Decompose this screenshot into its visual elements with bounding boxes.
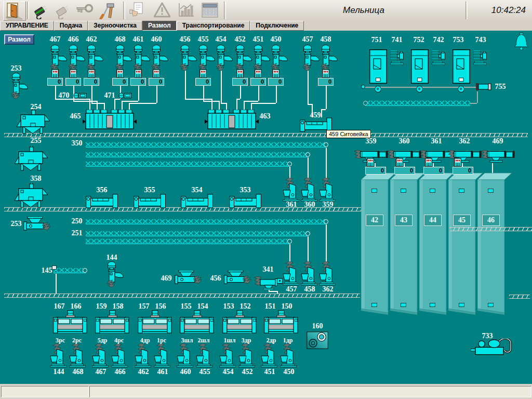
- mill-463[interactable]: [205, 110, 259, 131]
- report-button[interactable]: [127, 1, 149, 20]
- connect-button[interactable]: [30, 1, 52, 20]
- roller-mill-unit[interactable]: [222, 310, 257, 337]
- elevator-359[interactable]: [319, 178, 337, 202]
- exit-button[interactable]: [3, 1, 26, 21]
- machine-458[interactable]: [320, 45, 338, 71]
- output-elevator[interactable]: [177, 343, 194, 367]
- bin-number[interactable]: 44: [424, 215, 442, 226]
- tab-podacha[interactable]: Подача: [54, 21, 88, 31]
- cabinet-753[interactable]: [453, 49, 470, 84]
- machine-466[interactable]: [68, 45, 85, 71]
- machine-457[interactable]: [302, 45, 320, 71]
- roller-mill-unit[interactable]: [138, 310, 172, 337]
- compressor-733[interactable]: [471, 339, 514, 356]
- output-elevator[interactable]: [196, 343, 214, 367]
- feeder-456[interactable]: [224, 270, 252, 286]
- panel-button[interactable]: [199, 1, 221, 20]
- feeder-469[interactable]: [175, 270, 203, 286]
- machine-456[interactable]: [179, 45, 197, 71]
- screw-conveyor[interactable]: [86, 238, 289, 245]
- roller-mill-unit[interactable]: [53, 310, 87, 337]
- pipe-line: [97, 101, 98, 110]
- tab-upravlenie[interactable]: УПРАВЛЕНИЕ: [0, 21, 54, 31]
- pipe-line: [470, 103, 477, 104]
- sifter-354[interactable]: [181, 194, 213, 208]
- elevator-361[interactable]: [283, 178, 300, 202]
- hopper-358[interactable]: [15, 183, 48, 208]
- alarm-bell-icon[interactable]: [514, 33, 528, 50]
- elevator-360[interactable]: [301, 178, 318, 202]
- feeder-471[interactable]: [118, 91, 132, 100]
- hopper-254[interactable]: [17, 109, 50, 134]
- screw-conveyor[interactable]: [86, 230, 308, 237]
- blower-743[interactable]: [473, 50, 487, 65]
- output-elevator[interactable]: [261, 343, 278, 367]
- screw-conveyor[interactable]: [86, 141, 326, 148]
- cabinet-752[interactable]: [411, 49, 429, 84]
- bin-number[interactable]: 46: [482, 215, 500, 226]
- machine-253[interactable]: [10, 73, 28, 99]
- device-755[interactable]: [476, 83, 491, 91]
- pump-160[interactable]: [307, 331, 328, 349]
- output-elevator[interactable]: [154, 343, 171, 367]
- counter-display: 0: [195, 78, 211, 86]
- sifter-356[interactable]: [86, 194, 118, 208]
- output-elevator[interactable]: [238, 343, 256, 367]
- feeder-469[interactable]: [481, 150, 515, 164]
- feeder-362[interactable]: [447, 150, 482, 164]
- sifter-355[interactable]: [134, 194, 166, 208]
- elevator-362[interactable]: [319, 261, 337, 285]
- roller-mill-unit[interactable]: [95, 310, 129, 337]
- tab-podkluchenie[interactable]: Подключение: [250, 21, 304, 31]
- cabinet-751[interactable]: [369, 49, 387, 84]
- tab-transportirovanie[interactable]: Транспортирование: [177, 21, 250, 31]
- elevator-458[interactable]: [301, 261, 318, 285]
- output-elevator[interactable]: [50, 343, 68, 367]
- elevator-457[interactable]: [283, 261, 300, 285]
- key-button[interactable]: [74, 1, 96, 20]
- device-341[interactable]: [254, 275, 284, 290]
- feeder-360[interactable]: [387, 150, 421, 164]
- machine-461[interactable]: [132, 45, 150, 71]
- machine-468[interactable]: [114, 45, 132, 71]
- machine-462[interactable]: [86, 45, 103, 71]
- bin-number[interactable]: 45: [453, 215, 471, 226]
- roller-mill-unit[interactable]: [180, 310, 214, 337]
- blower-742[interactable]: [432, 50, 445, 65]
- screw-conveyor[interactable]: [86, 218, 326, 225]
- machine-454[interactable]: [215, 45, 233, 71]
- screw-conveyor[interactable]: [86, 161, 289, 167]
- bin-46[interactable]: [477, 172, 514, 315]
- output-elevator[interactable]: [219, 343, 237, 367]
- machine-460[interactable]: [151, 45, 168, 71]
- screw-conveyor[interactable]: [86, 151, 308, 158]
- output-elevator[interactable]: [135, 343, 152, 367]
- output-elevator[interactable]: [92, 343, 110, 367]
- machine-450[interactable]: [270, 45, 288, 71]
- blower-741[interactable]: [390, 50, 404, 65]
- bin-number[interactable]: 42: [366, 215, 383, 226]
- machine-144[interactable]: [106, 261, 124, 287]
- roller-mill-unit[interactable]: [264, 310, 298, 337]
- equipment-label: 733: [482, 332, 493, 340]
- screw-conveyor[interactable]: [54, 267, 86, 274]
- output-elevator[interactable]: [69, 343, 87, 367]
- equipment-label: 462: [138, 368, 149, 376]
- feeder-470[interactable]: [73, 91, 87, 100]
- mill-465[interactable]: [83, 110, 137, 131]
- output-elevator[interactable]: [280, 343, 298, 367]
- sifter-353[interactable]: [229, 194, 261, 208]
- screw-conveyor[interactable]: [365, 100, 470, 107]
- service-button[interactable]: [97, 1, 119, 20]
- machine-455[interactable]: [197, 45, 215, 71]
- output-elevator[interactable]: [111, 343, 129, 367]
- hopper-255[interactable]: [15, 146, 48, 171]
- tab-zernoochistka[interactable]: Зерноочистка: [88, 21, 142, 31]
- tab-razmol[interactable]: Размол: [142, 21, 177, 31]
- machine-451[interactable]: [252, 45, 270, 71]
- feeder-253[interactable]: [23, 217, 51, 232]
- machine-452[interactable]: [234, 45, 252, 71]
- tooltip: 459 Ситовейка: [326, 130, 371, 138]
- machine-467[interactable]: [49, 45, 67, 71]
- bin-number[interactable]: 43: [395, 215, 413, 226]
